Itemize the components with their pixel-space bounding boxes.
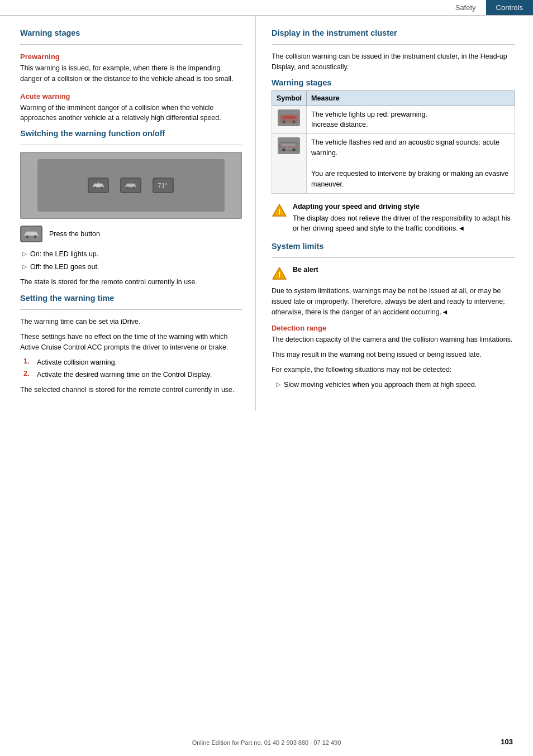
- note-box: ! Adapting your speed and driving style …: [272, 202, 515, 234]
- warning-stages-heading-right: Warning stages: [272, 78, 515, 87]
- detection-range-heading: Detection range: [272, 324, 515, 332]
- be-alert-title: Be alert: [293, 265, 318, 275]
- table-row-2: The vehicle flashes red and an acoustic …: [272, 134, 515, 194]
- display-heading: Display in the instrument cluster: [272, 28, 515, 37]
- off-label: Off: the LED goes out.: [30, 262, 99, 272]
- svg-point-11: [283, 120, 285, 123]
- press-button-label: Press the button: [49, 230, 100, 238]
- prewarning-text: This warning is issued, for example, whe…: [20, 63, 242, 84]
- warning-time-text2: These settings have no effect on the tim…: [20, 332, 242, 353]
- table-header-symbol: Symbol: [272, 90, 306, 106]
- table-cell-measure-1: The vehicle lights up red: prewarning. I…: [307, 106, 515, 134]
- page-number: 103: [501, 738, 513, 746]
- switching-heading: Switching the warning function on/off: [20, 129, 242, 138]
- off-bullet: ▷ Off: the LED goes out.: [22, 262, 242, 272]
- on-label: On: the LED lights up.: [30, 249, 98, 260]
- step-1-num: 1.: [23, 357, 32, 365]
- table-cell-measure-2: The vehicle flashes red and an acoustic …: [307, 134, 515, 194]
- btn-icon-2: [120, 178, 141, 193]
- warning-icon-2: !: [272, 266, 287, 281]
- warning-stages-table: Symbol Measure: [272, 90, 515, 194]
- press-btn-icon: [20, 226, 42, 242]
- footer: Online Edition for Part no. 01 40 2 903 …: [0, 739, 533, 746]
- step-2-num: 2.: [23, 370, 32, 377]
- warning-icon-1: !: [272, 203, 287, 218]
- svg-point-3: [126, 186, 129, 189]
- note-text: Adapting your speed and driving style Th…: [293, 202, 515, 234]
- acute-warning-text: Warning of the imminent danger of a coll…: [20, 103, 242, 124]
- step-1-text: Activate collision warning.: [37, 357, 117, 368]
- press-button-row: Press the button: [20, 226, 242, 242]
- table-header-measure: Measure: [307, 90, 515, 106]
- detection-range-text1: The detection capacity of the camera and…: [272, 334, 515, 345]
- btn-icon-1: [88, 178, 109, 193]
- svg-text:!: !: [278, 207, 281, 216]
- svg-point-1: [101, 186, 103, 189]
- state-stored-text: The state is stored for the remote contr…: [20, 277, 242, 288]
- footer-text: Online Edition for Part no. 01 40 2 903 …: [192, 739, 341, 746]
- step-2: 2. Activate the desired warning time on …: [23, 370, 242, 380]
- symbol-cell-1: [272, 106, 306, 134]
- car-symbol-1: [278, 109, 300, 126]
- svg-point-4: [133, 186, 135, 189]
- system-limits-box: ! Be alert: [272, 265, 515, 281]
- svg-text:71°: 71°: [158, 182, 168, 190]
- warning-stages-heading-left: Warning stages: [20, 28, 242, 37]
- numbered-list: 1. Activate collision warning. 2. Activa…: [23, 357, 242, 381]
- main-content: Warning stages Prewarning This warning i…: [0, 16, 533, 411]
- step-2-text: Activate the desired warning time on the…: [37, 370, 212, 380]
- note-title: Adapting your speed and driving style: [293, 202, 515, 212]
- on-bullet: ▷ On: the LED lights up.: [22, 249, 242, 260]
- note-body: The display does not relieve the driver …: [293, 214, 511, 233]
- btn-icon-3: 71°: [153, 178, 174, 193]
- system-limits-heading: System limits: [272, 242, 515, 251]
- svg-point-0: [94, 186, 96, 189]
- warning-time-text1: The warning time can be set via iDrive.: [20, 317, 242, 327]
- svg-point-16: [293, 149, 296, 151]
- setting-warning-time-heading: Setting the warning time: [20, 294, 242, 303]
- bullet-arrow-2: ▷: [22, 263, 27, 270]
- tab-controls[interactable]: Controls: [486, 0, 533, 15]
- detection-bullet-1: ▷ Slow moving vehicles when you approach…: [276, 380, 515, 390]
- detection-range-text2: This may result in the warning not being…: [272, 350, 515, 360]
- button-image-inner: 71°: [37, 159, 225, 212]
- symbol-cell-2: [272, 134, 306, 194]
- svg-point-8: [26, 236, 29, 238]
- be-alert-title-text: Be alert: [293, 265, 318, 276]
- tab-safety[interactable]: Safety: [445, 0, 486, 15]
- system-limits-text: Due to system limitations, warnings may …: [272, 286, 515, 317]
- button-icons-row: 71°: [88, 178, 174, 193]
- bullet-arrow-1: ▷: [22, 250, 27, 257]
- left-column: Warning stages Prewarning This warning i…: [0, 16, 256, 411]
- right-column: Display in the instrument cluster The co…: [256, 16, 533, 411]
- svg-text:!: !: [278, 270, 281, 279]
- svg-point-12: [293, 120, 296, 123]
- bullet-arrow-3: ▷: [276, 381, 280, 388]
- acute-warning-heading: Acute warning: [20, 92, 242, 101]
- detection-bullet-1-text: Slow moving vehicles when you approach t…: [284, 380, 477, 390]
- display-text: The collision warning can be issued in t…: [272, 51, 515, 73]
- header-tabs: Safety Controls: [0, 0, 533, 16]
- step-1: 1. Activate collision warning.: [23, 357, 242, 368]
- table-row-1: The vehicle lights up red: prewarning. I…: [272, 106, 515, 134]
- svg-point-15: [283, 149, 285, 151]
- selected-channel-text: The selected channel is stored for the r…: [20, 385, 242, 395]
- detection-range-text3: For example, the following situations ma…: [272, 365, 515, 375]
- svg-point-9: [34, 236, 37, 238]
- button-image: 71°: [20, 152, 242, 219]
- prewarning-heading: Prewarning: [20, 52, 242, 61]
- car-symbol-2: [278, 137, 300, 154]
